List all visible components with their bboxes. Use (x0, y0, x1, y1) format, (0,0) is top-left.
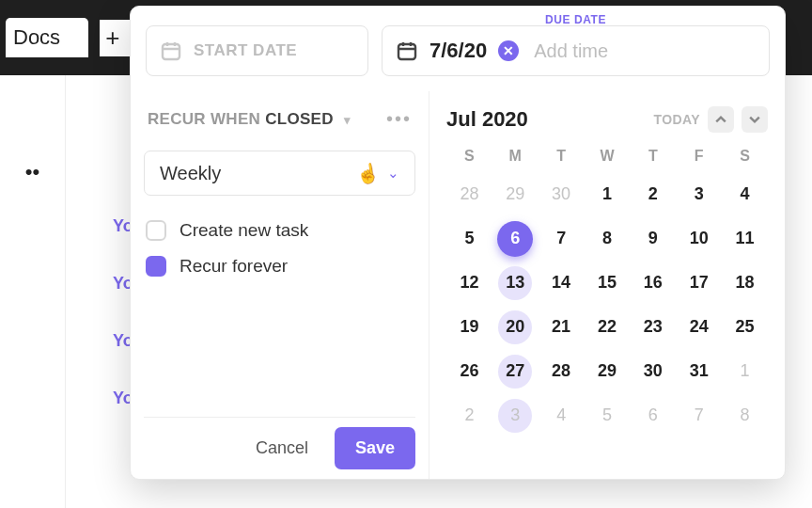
calendar-day[interactable]: 5 (585, 393, 631, 437)
checkbox-checked-icon[interactable] (146, 256, 166, 277)
cancel-button[interactable]: Cancel (239, 429, 325, 468)
option-label: Create new task (180, 220, 308, 241)
calendar-day[interactable]: 1 (585, 172, 631, 216)
calendar-dow-header: M (492, 140, 539, 172)
calendar-day[interactable]: 8 (722, 393, 768, 437)
calendar-day[interactable]: 11 (722, 216, 768, 261)
chevron-down-icon (749, 114, 760, 125)
calendar-day[interactable]: 7 (539, 216, 585, 261)
calendar-day[interactable]: 17 (676, 261, 722, 305)
due-date-field[interactable]: DUE DATE 7/6/20 ✕ Add time (382, 25, 770, 76)
calendar-day[interactable]: 7 (676, 393, 722, 437)
calendar-dow-header: S (722, 140, 768, 172)
prev-month-button[interactable] (708, 106, 734, 133)
add-time-button[interactable]: Add time (534, 40, 608, 62)
calendar-day[interactable]: 31 (676, 349, 722, 393)
calendar-day[interactable]: 28 (539, 349, 585, 393)
calendar-panel: Jul 2020 TODAY SMTWTFS282930123456789101… (429, 91, 785, 479)
calendar-day[interactable]: 5 (446, 216, 492, 261)
calendar-day[interactable]: 20 (492, 305, 539, 349)
calendar-day[interactable]: 27 (492, 349, 539, 393)
calendar-day[interactable]: 8 (585, 216, 631, 261)
calendar-day[interactable]: 18 (722, 261, 768, 305)
calendar-grid: SMTWTFS282930123456789101112131415161718… (446, 140, 768, 437)
recur-when-label[interactable]: RECUR WHEN CLOSED ▾ (148, 110, 351, 129)
calendar-day[interactable]: 19 (446, 305, 492, 349)
calendar-day[interactable]: 25 (722, 305, 768, 349)
calendar-day[interactable]: 22 (585, 305, 631, 349)
calendar-dow-header: T (539, 140, 585, 172)
option-label: Recur forever (180, 256, 288, 277)
calendar-day[interactable]: 23 (630, 305, 676, 349)
calendar-day[interactable]: 4 (539, 393, 585, 437)
calendar-day[interactable]: 2 (630, 172, 676, 216)
calendar-day[interactable]: 16 (630, 261, 676, 305)
svg-rect-1 (398, 44, 415, 59)
calendar-dow-header: S (446, 140, 492, 172)
calendar-day[interactable]: 12 (446, 261, 492, 305)
calendar-icon (396, 40, 418, 62)
svg-rect-0 (163, 44, 180, 59)
tab-docs[interactable]: Docs (6, 18, 88, 57)
calendar-day[interactable]: 24 (676, 305, 722, 349)
calendar-dow-header: W (585, 140, 631, 172)
calendar-day[interactable]: 30 (539, 172, 585, 216)
frequency-select[interactable]: Weekly ⌄ (144, 151, 415, 196)
left-sidebar: •• (0, 75, 66, 508)
calendar-day[interactable]: 4 (722, 172, 768, 216)
chevron-down-icon: ▾ (344, 113, 351, 127)
clear-due-date-icon[interactable]: ✕ (498, 40, 519, 61)
checkbox-icon[interactable] (146, 220, 166, 241)
start-date-placeholder: START DATE (194, 41, 297, 60)
option-recur-forever[interactable]: Recur forever (144, 248, 415, 284)
calendar-dow-header: F (676, 140, 722, 172)
calendar-day[interactable]: 29 (492, 172, 539, 216)
modal-footer: Cancel Save (144, 417, 415, 479)
save-button[interactable]: Save (335, 427, 415, 469)
calendar-month-label: Jul 2020 (446, 107, 528, 132)
calendar-day[interactable]: 3 (492, 393, 539, 437)
calendar-day[interactable]: 3 (676, 172, 722, 216)
more-dots-icon[interactable]: •• (25, 160, 39, 184)
recur-state: CLOSED (265, 110, 334, 128)
recur-prefix: RECUR WHEN (148, 110, 260, 128)
calendar-day[interactable]: 28 (446, 172, 492, 216)
calendar-day[interactable]: 6 (492, 216, 539, 261)
chevron-down-icon: ⌄ (387, 165, 399, 182)
today-button[interactable]: TODAY (654, 112, 700, 127)
recurrence-modal: START DATE DUE DATE 7/6/20 ✕ Add time RE… (130, 6, 786, 480)
calendar-day[interactable]: 9 (630, 216, 676, 261)
calendar-day[interactable]: 15 (585, 261, 631, 305)
calendar-day[interactable]: 14 (539, 261, 585, 305)
due-date-label: DUE DATE (545, 13, 606, 26)
calendar-dow-header: T (630, 140, 676, 172)
due-date-value: 7/6/20 (429, 39, 487, 63)
calendar-day[interactable]: 1 (722, 349, 768, 393)
next-month-button[interactable] (742, 106, 768, 133)
calendar-day[interactable]: 6 (630, 393, 676, 437)
calendar-day[interactable]: 21 (539, 305, 585, 349)
calendar-day[interactable]: 13 (492, 261, 539, 305)
calendar-day[interactable]: 30 (630, 349, 676, 393)
calendar-day[interactable]: 29 (585, 349, 631, 393)
chevron-up-icon (715, 114, 726, 125)
frequency-value: Weekly (160, 163, 221, 184)
calendar-icon (160, 40, 182, 62)
calendar-day[interactable]: 26 (446, 349, 492, 393)
calendar-day[interactable]: 2 (446, 393, 492, 437)
start-date-field[interactable]: START DATE (146, 25, 368, 76)
more-options-icon[interactable]: ••• (386, 108, 412, 130)
option-create-new-task[interactable]: Create new task (144, 213, 415, 248)
calendar-day[interactable]: 10 (676, 216, 722, 261)
